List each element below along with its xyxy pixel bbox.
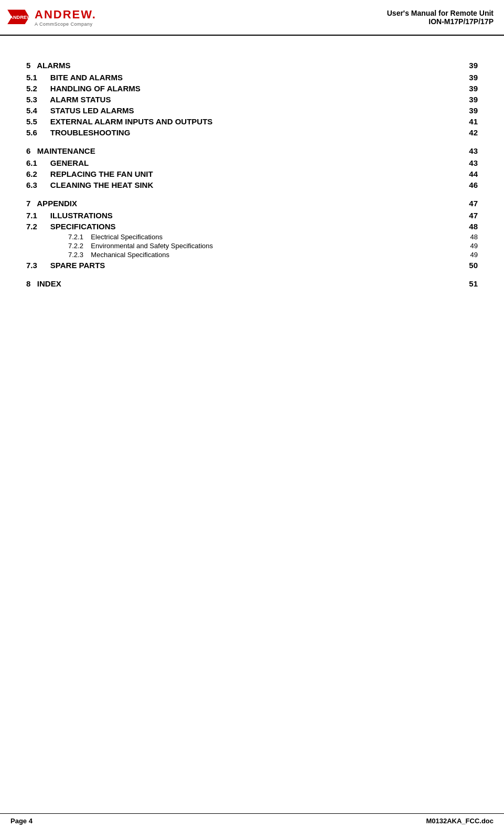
toc-entry-5-6-page: 42	[462, 128, 478, 137]
toc-entry-6-1-label: 6.1 GENERAL	[26, 158, 89, 167]
toc-entry-7-3: 7.3 SPARE PARTS 50	[26, 261, 478, 270]
toc-entry-6: 6 MAINTENANCE 43	[26, 146, 478, 155]
logo-tagline: A CommScope Company	[35, 22, 96, 27]
toc-entry-5-2-label: 5.2 HANDLING OF ALARMS	[26, 84, 141, 93]
toc-entry-5-page: 39	[462, 61, 478, 70]
toc-entry-5-3: 5.3 ALARM STATUS 39	[26, 95, 478, 104]
toc-entry-5-4-page: 39	[462, 106, 478, 115]
toc-entry-5: 5 ALARMS 39	[26, 61, 478, 70]
toc-entry-6-page: 43	[462, 146, 478, 155]
toc-entry-7-2-3-label: 7.2.3 Mechanical Specifications	[68, 251, 169, 259]
toc-entry-7-2-1-page: 48	[462, 233, 478, 241]
toc-section-6: 6 MAINTENANCE 43 6.1 GENERAL 43 6.2 REPL…	[26, 146, 478, 189]
toc-entry-8-page: 51	[462, 279, 478, 288]
toc-entry-6-1: 6.1 GENERAL 43	[26, 158, 478, 167]
toc-entry-7-2-2-label: 7.2.2 Environmental and Safety Specifica…	[68, 242, 213, 250]
toc-entry-5-5: 5.5 EXTERNAL ALARM INPUTS AND OUTPUTS 41	[26, 117, 478, 126]
logo-andrew-label: ANDREW.	[35, 8, 96, 22]
toc-entry-6-label: 6 MAINTENANCE	[26, 146, 95, 155]
toc-entry-5-2-page: 39	[462, 84, 478, 93]
main-content: 5 ALARMS 39 5.1 BITE AND ALARMS 39 5.2 H…	[0, 36, 504, 312]
toc-entry-7-1-label: 7.1 ILLUSTRATIONS	[26, 211, 113, 220]
toc-entry-7-2-2-page: 49	[462, 242, 478, 250]
toc-entry-7-2-2: 7.2.2 Environmental and Safety Specifica…	[26, 242, 478, 250]
toc-entry-7-page: 47	[462, 199, 478, 208]
toc-entry-8-label: 8 INDEX	[26, 279, 61, 288]
toc-entry-5-4: 5.4 STATUS LED ALARMS 39	[26, 106, 478, 115]
toc-entry-6-3: 6.3 CLEANING THE HEAT SINK 46	[26, 181, 478, 189]
toc-section-8: 8 INDEX 51	[26, 279, 478, 288]
toc-entry-7-3-page: 50	[462, 261, 478, 270]
toc-entry-5-label: 5 ALARMS	[26, 61, 70, 70]
page-header: ANDREW ANDREW. A CommScope Company User'…	[0, 0, 504, 36]
toc-entry-7-2-label: 7.2 SPECIFICATIONS	[26, 222, 116, 231]
toc-entry-6-2-label: 6.2 REPLACING THE FAN UNIT	[26, 169, 153, 178]
toc-entry-5-3-label: 5.3 ALARM STATUS	[26, 95, 111, 104]
toc-entry-7-2-1-label: 7.2.1 Electrical Specifications	[68, 233, 163, 241]
toc-entry-5-1-page: 39	[462, 73, 478, 82]
toc-entry-6-2: 6.2 REPLACING THE FAN UNIT 44	[26, 169, 478, 178]
toc-entry-5-3-page: 39	[462, 95, 478, 104]
svg-text:ANDREW: ANDREW	[9, 15, 31, 20]
toc-entry-8: 8 INDEX 51	[26, 279, 478, 288]
logo-area: ANDREW ANDREW. A CommScope Company	[5, 7, 96, 27]
toc-entry-6-3-page: 46	[462, 181, 478, 189]
andrew-logo-icon: ANDREW	[5, 7, 31, 27]
header-title: User's Manual for Remote Unit	[387, 9, 494, 17]
toc-entry-5-1-label: 5.1 BITE AND ALARMS	[26, 73, 123, 82]
logo-text: ANDREW. A CommScope Company	[35, 8, 96, 27]
toc-entry-7-label: 7 APPENDIX	[26, 199, 77, 208]
page-footer: Page 4 M0132AKA_FCC.doc	[0, 813, 504, 828]
toc-entry-6-3-label: 6.3 CLEANING THE HEAT SINK	[26, 181, 153, 189]
toc-entry-6-1-page: 43	[462, 158, 478, 167]
toc-section-7: 7 APPENDIX 47 7.1 ILLUSTRATIONS 47 7.2 S…	[26, 199, 478, 270]
toc-entry-5-6-label: 5.6 TROUBLESHOOTING	[26, 128, 130, 137]
logo-box: ANDREW ANDREW. A CommScope Company	[5, 7, 96, 27]
header-model: ION-M17P/17P/17P	[387, 17, 494, 26]
toc-entry-5-5-label: 5.5 EXTERNAL ALARM INPUTS AND OUTPUTS	[26, 117, 212, 126]
toc-entry-7-2-1: 7.2.1 Electrical Specifications 48	[26, 233, 478, 241]
header-right: User's Manual for Remote Unit ION-M17P/1…	[387, 9, 494, 26]
toc-entry-6-2-page: 44	[462, 169, 478, 178]
footer-page-number: Page 4	[10, 817, 33, 825]
footer-document-id: M0132AKA_FCC.doc	[426, 817, 494, 825]
toc-entry-7-1-page: 47	[462, 211, 478, 220]
toc-entry-5-2: 5.2 HANDLING OF ALARMS 39	[26, 84, 478, 93]
toc-entry-7: 7 APPENDIX 47	[26, 199, 478, 208]
toc-entry-5-1: 5.1 BITE AND ALARMS 39	[26, 73, 478, 82]
toc-entry-7-2-3: 7.2.3 Mechanical Specifications 49	[26, 251, 478, 259]
toc-entry-5-5-page: 41	[462, 117, 478, 126]
toc-entry-7-2-page: 48	[462, 222, 478, 231]
toc-entry-5-4-label: 5.4 STATUS LED ALARMS	[26, 106, 134, 115]
toc-entry-7-3-label: 7.3 SPARE PARTS	[26, 261, 105, 270]
toc-entry-7-1: 7.1 ILLUSTRATIONS 47	[26, 211, 478, 220]
toc-entry-7-2-3-page: 49	[462, 251, 478, 259]
toc-entry-5-6: 5.6 TROUBLESHOOTING 42	[26, 128, 478, 137]
toc-entry-7-2: 7.2 SPECIFICATIONS 48	[26, 222, 478, 231]
toc-section-5: 5 ALARMS 39 5.1 BITE AND ALARMS 39 5.2 H…	[26, 61, 478, 137]
